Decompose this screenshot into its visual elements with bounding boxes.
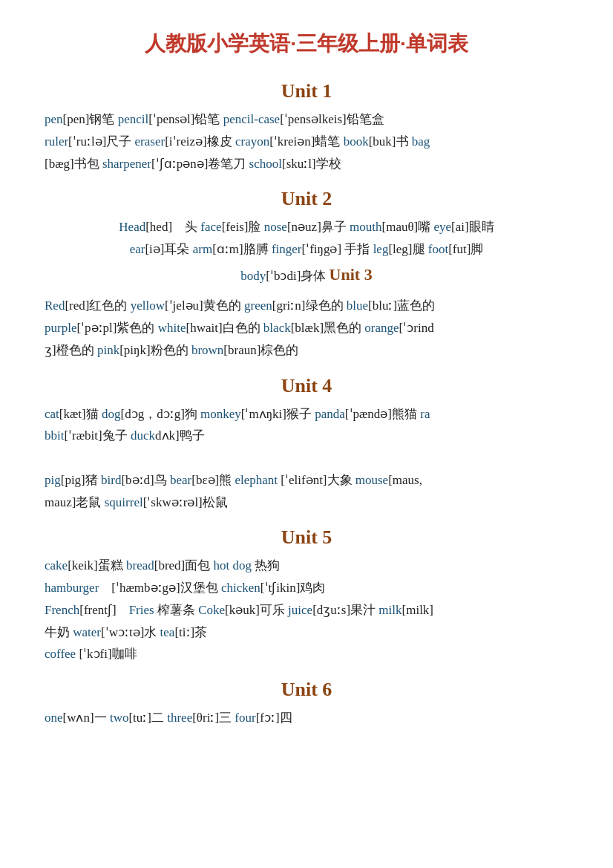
unit5-title: Unit 5 <box>45 526 568 549</box>
unit1-title: Unit 1 <box>45 80 568 102</box>
unit4-section: Unit 4 cat[kæt]猫 dog[dɔg，dɔːg]狗 monkey[ˈ… <box>45 375 568 514</box>
unit3-content: Red[red]红色的 yellow[ˈjeləu]黄色的 green[griː… <box>45 295 568 361</box>
page-title: 人教版小学英语·三年级上册·单词表 <box>45 30 568 58</box>
unit5-content: cake[keik]蛋糕 bread[bred]面包 hot dog 热狗 ha… <box>45 555 568 665</box>
unit2-content: Head[hed] 头 face[feis]脸 nose[nəuz]鼻子 mou… <box>45 216 568 289</box>
unit5-section: Unit 5 cake[keik]蛋糕 bread[bred]面包 hot do… <box>45 526 568 665</box>
unit6-title: Unit 6 <box>45 679 568 701</box>
unit4-content: cat[kæt]猫 dog[dɔg，dɔːg]狗 monkey[ˈmʌŋki]猴… <box>45 403 568 514</box>
unit6-section: Unit 6 one[wʌn]一 two[tuː]二 three[θriː]三 … <box>45 679 568 729</box>
unit2-section: Unit 2 Head[hed] 头 face[feis]脸 nose[nəuz… <box>45 188 568 289</box>
unit1-section: Unit 1 pen[pen]钢笔 pencil[ˈpensəl]铅笔 penc… <box>45 80 568 174</box>
unit1-content: pen[pen]钢笔 pencil[ˈpensəl]铅笔 pencil-case… <box>45 108 568 174</box>
unit4-title: Unit 4 <box>45 375 568 397</box>
unit6-content: one[wʌn]一 two[tuː]二 three[θriː]三 four[fɔ… <box>45 707 568 729</box>
unit3-section: Red[red]红色的 yellow[ˈjeləu]黄色的 green[griː… <box>45 295 568 361</box>
unit2-title: Unit 2 <box>45 188 568 210</box>
